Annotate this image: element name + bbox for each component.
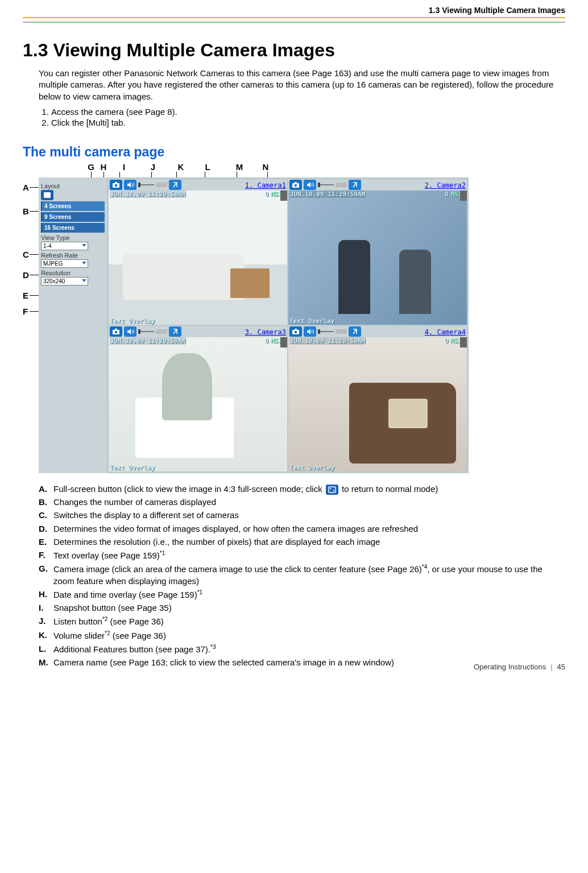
subtitle: The multi camera page — [23, 144, 565, 160]
snapshot-icon[interactable] — [110, 326, 122, 337]
step-2: Click the [Multi] tab. — [51, 118, 565, 127]
legend-K: Volume slider*2 (see Page 36) — [53, 630, 565, 642]
additional-features-icon[interactable] — [156, 329, 167, 334]
snapshot-icon[interactable] — [289, 180, 302, 190]
zoom-icon[interactable] — [280, 191, 287, 201]
layout-4screens-button[interactable]: 4 Screens — [41, 201, 105, 211]
camera-link-icon[interactable] — [349, 180, 361, 190]
camera-tile-1: 1. Camera1 JUN.18,09 11:29:59AM OMS12 Te… — [109, 179, 287, 325]
timestamp-overlay: JUN.18,09 11:29:59AM — [289, 337, 366, 345]
text-overlay: Text Overlay — [110, 317, 155, 325]
svg-rect-3 — [115, 182, 117, 184]
volume-slider[interactable] — [318, 181, 334, 189]
volume-slider[interactable] — [138, 181, 154, 189]
legend-A: Full-screen button (click to view the im… — [53, 483, 565, 495]
side-label-F: F — [23, 307, 28, 316]
svg-rect-13 — [329, 487, 336, 493]
legend-F: Text overlay (see Page 159)*1 — [53, 549, 565, 561]
side-label-D: D — [23, 270, 29, 280]
page-title: 1.3 Viewing Multiple Camera Images — [23, 40, 565, 61]
layout-label: Layout — [41, 183, 105, 189]
resolution-label: Resolution — [41, 270, 105, 276]
svg-point-11 — [295, 331, 297, 333]
step-1: Access the camera (see Page 8). — [51, 107, 565, 117]
page-footer: Operating Instructions|45 — [474, 663, 565, 671]
additional-features-icon[interactable] — [336, 329, 347, 334]
side-label-E: E — [23, 291, 28, 300]
svg-point-2 — [115, 184, 117, 187]
fullscreen-return-icon — [326, 485, 338, 495]
camera-image[interactable]: JUN.18,09 11:29:59AM OMS12 Text Overlay — [109, 337, 287, 471]
viewtype-label: View Type — [41, 234, 105, 241]
timestamp-overlay: JUN.18,09 11:29:59AM — [110, 337, 186, 345]
additional-features-icon[interactable] — [156, 183, 167, 187]
intro-paragraph: You can register other Panasonic Network… — [39, 68, 565, 102]
legend-E: Determines the resolution (i.e., the num… — [53, 536, 565, 548]
camera-tile-3: 3. Camera3 JUN.18,09 11:29:59AM OMS12 Te… — [109, 326, 287, 471]
camera-grid: 1. Camera1 JUN.18,09 11:29:59AM OMS12 Te… — [107, 177, 469, 473]
listen-icon[interactable] — [304, 326, 316, 337]
resolution-select[interactable]: 320x240 — [41, 277, 88, 286]
viewtype-select[interactable]: 1-4 — [41, 242, 88, 250]
camera-image[interactable]: JUN.18,09 11:29:59AM OMS12 Text Overlay — [109, 191, 287, 325]
svg-rect-6 — [295, 182, 297, 184]
layout-9screens-button[interactable]: 9 Screens — [41, 212, 105, 222]
legend-L: Additional Features button (see page 37)… — [53, 643, 565, 655]
snapshot-icon[interactable] — [289, 326, 302, 337]
camera-name-link[interactable]: 4. Camera4 — [425, 328, 466, 336]
camera-name-link[interactable]: 1. Camera1 — [245, 181, 286, 189]
svg-point-8 — [115, 331, 117, 333]
legend-list: A.Full-screen button (click to view the … — [39, 483, 565, 669]
camera-name-link[interactable]: 3. Camera3 — [245, 328, 286, 336]
camera-link-icon[interactable] — [169, 180, 181, 190]
svg-rect-0 — [44, 192, 51, 198]
timestamp-overlay: JUN.18,09 11:29:59AM — [289, 191, 366, 198]
legend-J: Listen button*2 (see Page 36) — [53, 615, 565, 627]
header-accent-bar — [23, 17, 565, 18]
camera-image[interactable]: JUN.18,09 11:29:59AM OMS12 Text Overlay — [288, 191, 467, 325]
timestamp-overlay: JUN.18,09 11:29:59AM — [110, 191, 186, 198]
steps-list: Access the camera (see Page 8). Click th… — [39, 107, 565, 127]
zoom-icon[interactable] — [280, 337, 287, 347]
additional-features-icon[interactable] — [336, 183, 347, 187]
camera-link-icon[interactable] — [349, 326, 361, 337]
listen-icon[interactable] — [304, 180, 316, 190]
volume-slider[interactable] — [138, 328, 154, 336]
svg-rect-12 — [295, 329, 297, 330]
layout-buttons-group: 4 Screens 9 Screens 16 Screens — [41, 201, 105, 233]
zoom-icon[interactable] — [460, 337, 467, 347]
text-overlay: Text Overlay — [289, 317, 334, 325]
side-label-A: A — [23, 183, 29, 192]
text-overlay: Text Overlay — [110, 464, 155, 471]
side-label-C: C — [23, 250, 29, 259]
listen-icon[interactable] — [124, 180, 136, 190]
volume-slider[interactable] — [318, 328, 334, 336]
fullscreen-button[interactable] — [41, 190, 53, 200]
listen-icon[interactable] — [124, 326, 136, 337]
layout-16screens-button[interactable]: 16 Screens — [41, 223, 105, 233]
refresh-label: Refresh Rate — [41, 252, 105, 259]
zoom-icon[interactable] — [460, 191, 467, 201]
camera-image[interactable]: JUN.18,09 11:29:59AM OMS12 Text Overlay — [288, 337, 467, 471]
top-callout-letters: G H I J K L M N — [85, 162, 565, 172]
camera-link-icon[interactable] — [169, 326, 181, 337]
legend-C: Switches the display to a different set … — [53, 510, 565, 521]
svg-rect-9 — [115, 329, 117, 330]
text-overlay: Text Overlay — [289, 464, 334, 471]
layout-sidebar: Layout 4 Screens 9 Screens 16 Screens Vi… — [39, 177, 107, 473]
legend-B: Changes the number of cameras displayed — [53, 497, 565, 508]
svg-point-5 — [295, 184, 297, 187]
legend-H: Date and time overlay (see Page 159)*1 — [53, 589, 565, 601]
legend-G: Camera image (click an area of the camer… — [53, 563, 565, 587]
multi-camera-screenshot: Layout 4 Screens 9 Screens 16 Screens Vi… — [39, 177, 469, 473]
legend-I: Snapshot button (see Page 35) — [53, 602, 565, 614]
side-label-B: B — [23, 206, 29, 216]
header-sub-bar — [23, 22, 565, 23]
snapshot-icon[interactable] — [110, 180, 122, 190]
camera-tile-4: 4. Camera4 JUN.18,09 11:29:59AM OMS12 Te… — [288, 326, 467, 471]
camera-tile-2: 2. Camera2 JUN.18,09 11:29:59AM OMS12 Te… — [288, 179, 467, 325]
header-section: 1.3 Viewing Multiple Camera Images — [23, 6, 565, 15]
refresh-select[interactable]: MJPEG — [41, 259, 88, 268]
camera-name-link[interactable]: 2. Camera2 — [425, 181, 466, 189]
legend-D: Determines the video format of images di… — [53, 523, 565, 535]
